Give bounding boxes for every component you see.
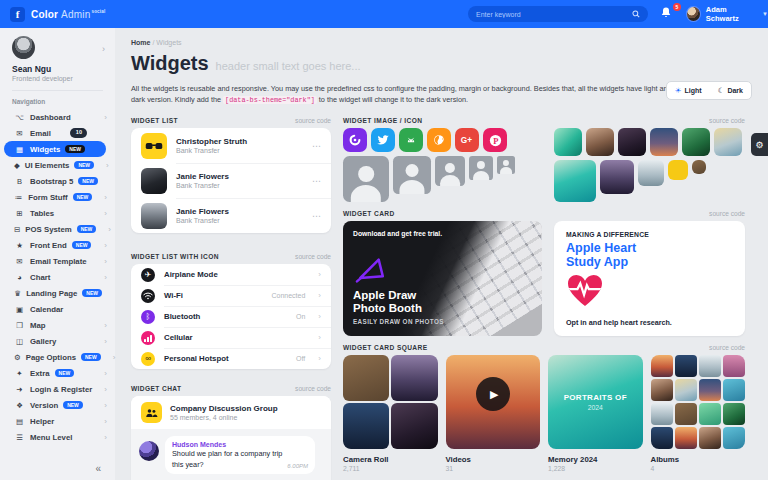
- notifications-button[interactable]: 5: [660, 5, 680, 23]
- sidebar-item[interactable]: ★ Front End NEW ›: [0, 237, 115, 253]
- sidebar-item[interactable]: ⚙ Page Options NEW ›: [0, 349, 115, 365]
- sidebar-item[interactable]: ⊞ Tables ›: [0, 205, 115, 221]
- more-options-icon[interactable]: ⋯: [312, 211, 321, 221]
- sidebar-item[interactable]: ▣ Calendar: [0, 301, 115, 317]
- firefox-icon[interactable]: [427, 128, 451, 152]
- pinterest-icon[interactable]: P: [483, 128, 507, 152]
- apple-heart-card[interactable]: MAKING A DIFFERENCE Apple HeartStudy App…: [554, 221, 745, 336]
- settings-row[interactable]: ᛒ Bluetooth On ›: [131, 306, 331, 327]
- sidebar-item[interactable]: ◫ Gallery ›: [0, 333, 115, 349]
- photo-thumbnail[interactable]: [651, 379, 673, 401]
- brand-logo[interactable]: f Color Adminsocial: [0, 7, 105, 22]
- user-menu[interactable]: Adam Schwartz ▼: [686, 0, 768, 28]
- sidebar-item[interactable]: ✦ Extra NEW ›: [0, 365, 115, 381]
- main-content: Home / Widgets Widgets header small text…: [115, 28, 768, 480]
- search-input[interactable]: [476, 11, 632, 18]
- search-icon[interactable]: [632, 10, 640, 18]
- photo-thumbnail[interactable]: [391, 403, 437, 449]
- photo-thumbnail[interactable]: [675, 427, 697, 449]
- photo-thumbnail[interactable]: [723, 427, 745, 449]
- photo-thumbnail[interactable]: [675, 379, 697, 401]
- list-item[interactable]: Janie FlowersBank Transfer ⋯: [131, 198, 331, 233]
- videos-card[interactable]: ▶ Videos 31: [446, 355, 541, 472]
- list-item[interactable]: Janie FlowersBank Transfer ⋯: [131, 163, 331, 198]
- theme-light-button[interactable]: ☀Light: [667, 82, 710, 99]
- source-code-link[interactable]: source code: [295, 385, 331, 392]
- chat-group-header[interactable]: Company Discussion Group55 members, 4 on…: [131, 396, 331, 429]
- sidebar-item[interactable]: ▤ Helper ›: [0, 413, 115, 429]
- photo-thumbnail[interactable]: [650, 128, 678, 156]
- photo-thumbnail[interactable]: [668, 160, 688, 180]
- photo-thumbnail[interactable]: [638, 160, 664, 186]
- photo-thumbnail[interactable]: [618, 128, 646, 156]
- photo-thumbnail[interactable]: [651, 403, 673, 425]
- source-code-link[interactable]: source code: [709, 210, 745, 217]
- photo-thumbnail[interactable]: [682, 128, 710, 156]
- albums-card[interactable]: Albums 4: [651, 355, 746, 472]
- sidebar-item[interactable]: ◕ Chart ›: [0, 269, 115, 285]
- source-code-link[interactable]: source code: [709, 344, 745, 351]
- photo-thumbnail[interactable]: [699, 427, 721, 449]
- photo-thumbnail[interactable]: [692, 160, 706, 174]
- more-options-icon[interactable]: ⋯: [312, 176, 321, 186]
- sidebar-item[interactable]: ≔ Form Stuff NEW ›: [0, 189, 115, 205]
- theme-dark-button[interactable]: ☾Dark: [710, 82, 751, 99]
- photo-thumbnail[interactable]: [651, 427, 673, 449]
- sidebar-collapse-button[interactable]: «: [95, 463, 101, 474]
- sidebar-item[interactable]: ◆ UI Elements NEW ›: [0, 157, 115, 173]
- sidebar-item[interactable]: ⊟ POS System NEW ›: [0, 221, 115, 237]
- source-code-link[interactable]: source code: [295, 253, 331, 260]
- twitter-icon[interactable]: [371, 128, 395, 152]
- app-swirl-icon[interactable]: [343, 128, 367, 152]
- photo-thumbnail[interactable]: [723, 355, 745, 377]
- photo-thumbnail[interactable]: [586, 128, 614, 156]
- sidebar-profile[interactable]: › Sean Ngu Frontend developer: [0, 28, 115, 82]
- settings-row[interactable]: ✈ Airplane Mode ›: [131, 264, 331, 285]
- avatar-placeholder: [343, 156, 389, 202]
- photo-thumbnail[interactable]: [723, 379, 745, 401]
- sidebar-item[interactable]: ⌥ Dashboard ›: [0, 109, 115, 125]
- sidebar-item[interactable]: ▦ Widgets NEW: [4, 141, 106, 157]
- settings-gear-button[interactable]: ⚙: [751, 133, 768, 156]
- photo-thumbnail[interactable]: [391, 355, 437, 401]
- apple-draw-card[interactable]: Download and get free trial. Apple DrawP…: [343, 221, 542, 336]
- photo-thumbnail[interactable]: [699, 379, 721, 401]
- sidebar-item[interactable]: ☰ Menu Level ›: [0, 429, 115, 445]
- widget-list-icon-section: WIDGET LIST WITH ICON source code ✈ Airp…: [131, 253, 331, 369]
- settings-row[interactable]: Cellular ›: [131, 327, 331, 348]
- video-cover: ▶: [446, 355, 541, 449]
- settings-row[interactable]: ∞ Personal Hotspot Off ›: [131, 348, 331, 369]
- card-label: Albums: [651, 455, 746, 464]
- photo-thumbnail[interactable]: [723, 403, 745, 425]
- sidebar-item[interactable]: ✉ Email Template ›: [0, 253, 115, 269]
- memory-card[interactable]: PORTRAITS OF 2024 Memory 2024 1,228: [548, 355, 643, 472]
- sidebar-item[interactable]: ➜ Login & Register ›: [0, 381, 115, 397]
- photo-thumbnail[interactable]: [651, 355, 673, 377]
- source-code-link[interactable]: source code: [295, 117, 331, 124]
- photo-thumbnail[interactable]: [714, 128, 742, 156]
- sidebar-item[interactable]: ♛ Landing Page NEW: [0, 285, 115, 301]
- photo-thumbnail[interactable]: [699, 355, 721, 377]
- play-button[interactable]: ▶: [476, 377, 510, 411]
- sidebar-item[interactable]: ✉ Email 10: [0, 125, 115, 141]
- photo-thumbnail[interactable]: [343, 403, 389, 449]
- new-badge: NEW: [74, 161, 94, 169]
- photo-thumbnail[interactable]: [554, 128, 582, 156]
- list-item[interactable]: Christopher StruthBank Transfer ⋯: [131, 128, 331, 163]
- android-icon[interactable]: [399, 128, 423, 152]
- settings-row[interactable]: Wi-Fi Connected ›: [131, 285, 331, 306]
- photo-thumbnail[interactable]: [600, 160, 634, 194]
- sidebar-item[interactable]: ❒ Map ›: [0, 317, 115, 333]
- photo-thumbnail[interactable]: [554, 160, 596, 202]
- sidebar-item[interactable]: B Bootstrap 5 NEW: [0, 173, 115, 189]
- camera-roll-card[interactable]: Camera Roll 2,711: [343, 355, 438, 472]
- photo-thumbnail[interactable]: [343, 355, 389, 401]
- google-plus-icon[interactable]: G+: [455, 128, 479, 152]
- more-options-icon[interactable]: ⋯: [312, 141, 321, 151]
- sidebar-item[interactable]: ❖ Version NEW ›: [0, 397, 115, 413]
- photo-thumbnail[interactable]: [675, 355, 697, 377]
- source-code-link[interactable]: source code: [709, 117, 745, 124]
- photo-thumbnail[interactable]: [699, 403, 721, 425]
- breadcrumb-home[interactable]: Home: [131, 39, 150, 46]
- photo-thumbnail[interactable]: [675, 403, 697, 425]
